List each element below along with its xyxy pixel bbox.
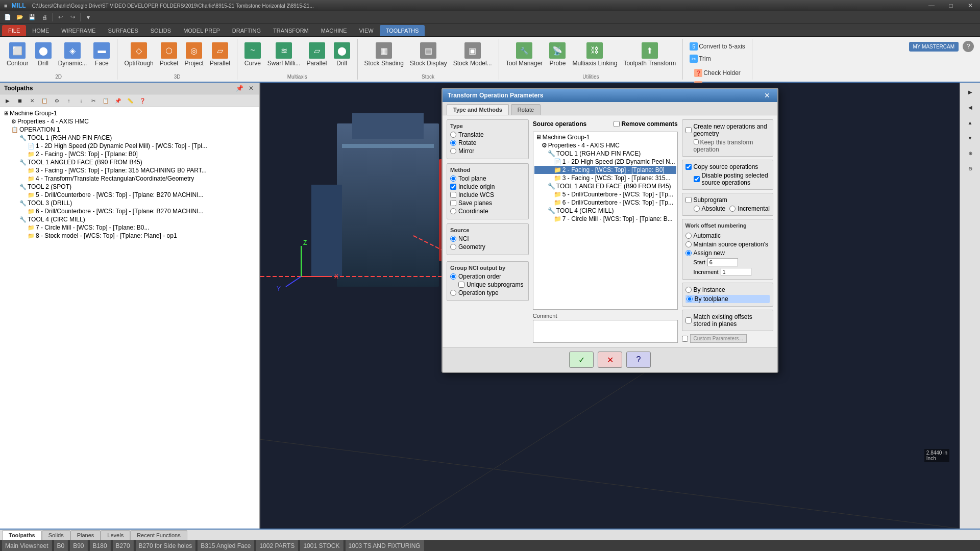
assign-new-radio[interactable] (685, 250, 692, 256)
subprogram-checkbox[interactable] (685, 197, 692, 203)
keep-transform-checkbox[interactable] (694, 139, 699, 144)
probe-button[interactable]: 📡 Probe (546, 41, 569, 68)
tab-model-prep[interactable]: MODEL PREP (177, 25, 226, 36)
tree-item[interactable]: 🔧TOOL 2 (SPOT) (2, 183, 257, 191)
tree-item[interactable]: 📁3 - Facing - [WCS: Top] - [Tplane: 315 … (2, 166, 257, 174)
help-ribbon-button[interactable]: ? (963, 41, 974, 52)
dialog-help-button[interactable]: ? (626, 352, 651, 368)
source-tree-item[interactable]: 🔧TOOL 1 ANGLED FACE (B90 FROM B45) (534, 182, 676, 190)
tree-item[interactable]: 🔧TOOL 3 (DRILL) (2, 199, 257, 207)
operation-type-radio[interactable] (450, 290, 456, 296)
create-new-ops-checkbox[interactable] (685, 127, 692, 133)
source-nci-radio[interactable] (450, 236, 456, 242)
tab-transform[interactable]: TRANSFORM (267, 25, 315, 36)
source-tree-item[interactable]: 🔧TOOL 1 (RGH AND FIN FACE) (534, 149, 676, 158)
automatic-radio[interactable] (685, 233, 692, 239)
tab-machine[interactable]: MACHINE (315, 25, 353, 36)
source-tree-item[interactable]: 📁6 - Drill/Counterbore - [WCS: Top] - [T… (534, 198, 676, 207)
source-tree-item[interactable]: 📁7 - Circle Mill - [WCS: Top] - [Tplane:… (534, 215, 676, 223)
swarf-button[interactable]: ≋ Swarf Milli... (265, 41, 303, 68)
by-toolplane-radio[interactable] (687, 296, 693, 302)
increment-input[interactable] (721, 268, 751, 276)
save-planes-checkbox[interactable] (450, 200, 456, 206)
tab-toolpaths[interactable]: TOOLPATHS (380, 25, 425, 36)
tp-tool3[interactable]: ✕ (27, 95, 38, 106)
source-geometry-radio[interactable] (450, 244, 456, 250)
vp-b180[interactable]: B180 (90, 540, 111, 551)
tp-tool10[interactable]: 📌 (112, 95, 124, 106)
tree-item[interactable]: 📁7 - Circle Mill - [WCS: Top] - [Tplane:… (2, 223, 257, 232)
toolpath-transform-button[interactable]: ⬆ Toolpath Transform (621, 41, 678, 68)
parallel-button-multi[interactable]: ▱ Parallel (304, 41, 330, 68)
vp-b315[interactable]: B315 Angled Face (198, 540, 254, 551)
side-btn-3[interactable]: ▲ (962, 115, 978, 130)
tree-item[interactable]: 📄1 - 2D High Speed (2D Dynamic Peel Mill… (2, 142, 257, 150)
source-tree-item[interactable]: ⚙Properties - 4 - AXIS HMC (534, 141, 676, 149)
unique-subprograms-checkbox[interactable] (458, 282, 464, 288)
stock-shading-button[interactable]: ▦ Stock Shading (362, 41, 406, 68)
tree-item[interactable]: 📁5 - Drill/Counterbore - [WCS: Top] - [T… (2, 191, 257, 199)
tp-tool7[interactable]: ↓ (76, 95, 87, 106)
tab-file[interactable]: FILE (2, 25, 26, 36)
drill-button-multi[interactable]: ⬤ Drill (331, 41, 353, 68)
tab-solids[interactable]: SOLIDS (144, 25, 177, 36)
source-tree-item[interactable]: 📁3 - Facing - [WCS: Top] - [Tplane: 315.… (534, 174, 676, 182)
tab-planes-bottom[interactable]: Planes (70, 530, 101, 540)
tp-tool12[interactable]: ❓ (137, 95, 148, 106)
tree-item[interactable]: 🔧TOOL 4 (CIRC MILL) (2, 215, 257, 223)
tree-item[interactable]: ⚙Properties - 4 - AXIS HMC (2, 117, 257, 126)
custom-params-checkbox[interactable] (682, 336, 688, 342)
tab-surfaces[interactable]: SURFACES (102, 25, 144, 36)
side-btn-5[interactable]: ⊕ (962, 146, 978, 160)
tp-tool11[interactable]: 📏 (125, 95, 136, 106)
source-operations-tree[interactable]: 🖥Machine Group-1⚙Properties - 4 - AXIS H… (533, 132, 678, 310)
dialog-cancel-button[interactable]: ✕ (598, 352, 622, 368)
parallel-button-3d[interactable]: ▱ Parallel (207, 41, 233, 68)
new-button[interactable]: 📄 (2, 12, 13, 22)
tp-tool1[interactable]: ▶ (2, 95, 13, 106)
source-tree-item[interactable]: 📄1 - 2D High Speed (2D Dynamic Peel N... (534, 158, 676, 166)
vp-b270-side[interactable]: B270 for Side holes (136, 540, 196, 551)
open-button[interactable]: 📂 (14, 12, 26, 22)
incremental-radio[interactable] (729, 206, 736, 212)
vp-main-viewsheet[interactable]: Main Viewsheet (2, 540, 52, 551)
tp-tool8[interactable]: ✂ (88, 95, 99, 106)
source-tree-item[interactable]: 🔧TOOL 4 (CIRC MILL) (534, 207, 676, 215)
tree-item[interactable]: 📁6 - Drill/Counterbore - [WCS: Top] - [T… (2, 207, 257, 215)
redo-button[interactable]: ↪ (67, 12, 78, 22)
contour-button[interactable]: ⬜ Contour (4, 41, 31, 68)
options-button[interactable]: ▼ (83, 12, 94, 22)
tp-tool2[interactable]: ⏹ (14, 95, 26, 106)
check-holder-button[interactable]: ❓ Check Holder (692, 67, 743, 79)
multiaxis-linking-button[interactable]: ⛓ Multiaxis Linking (570, 41, 620, 68)
undo-button[interactable]: ↩ (55, 12, 66, 22)
tree-item[interactable]: 📁8 - Stock model - [WCS: Top] - [Tplane:… (2, 232, 257, 240)
tab-rotate[interactable]: Rotate (511, 104, 541, 115)
operation-order-radio[interactable] (450, 273, 456, 280)
drill-button-2d[interactable]: ⬤ Drill (32, 41, 55, 68)
stock-model-button[interactable]: ▣ Stock Model... (451, 41, 495, 68)
maximize-button[interactable]: □ (941, 0, 961, 11)
source-tree-item[interactable]: 📁5 - Drill/Counterbore - [WCS: Top] - [T… (534, 190, 676, 198)
copy-source-checkbox[interactable] (685, 164, 692, 170)
face-button[interactable]: ▬ Face (90, 41, 113, 68)
trim-button[interactable]: ✂ Trim (687, 53, 714, 64)
convert-5axis-button[interactable]: 5 Convert to 5-axis (687, 41, 748, 52)
side-btn-2[interactable]: ◀ (962, 100, 978, 114)
tab-wireframe[interactable]: WIREFRAME (55, 25, 102, 36)
remove-comments-checkbox[interactable] (614, 121, 620, 127)
pocket-button[interactable]: ⬡ Pocket (157, 41, 181, 68)
start-input[interactable] (707, 258, 738, 266)
tab-home[interactable]: HOME (26, 25, 55, 36)
tab-solids-bottom[interactable]: Solids (42, 530, 70, 540)
vp-1003-ts[interactable]: 1003 TS AND FIXTURING (346, 540, 424, 551)
tree-item[interactable]: 📁4 - Transform/Translate Rectangular/Coo… (2, 174, 257, 183)
tab-toolpaths-bottom[interactable]: Toolpaths (2, 530, 42, 540)
tp-tool6[interactable]: ↑ (63, 95, 75, 106)
tree-item[interactable]: 📋OPERATION 1 (2, 126, 257, 134)
match-offsets-checkbox[interactable] (685, 317, 692, 323)
custom-params-button[interactable]: Custom Parameters... (690, 334, 747, 343)
vp-b90[interactable]: B90 (70, 540, 87, 551)
vp-1002-parts[interactable]: 1002 PARTS (256, 540, 298, 551)
panel-pin-button[interactable]: 📌 (234, 85, 245, 92)
